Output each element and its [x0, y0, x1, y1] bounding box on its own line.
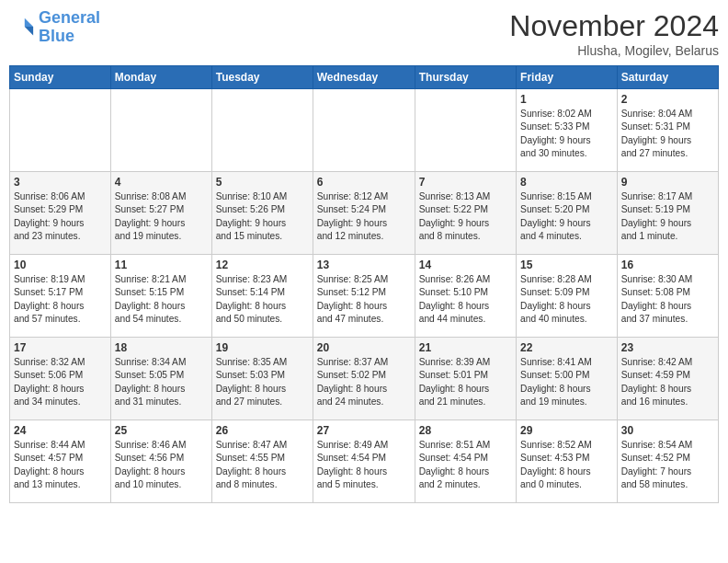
day-number: 9 — [621, 176, 714, 189]
weekday-header-tuesday: Tuesday — [211, 66, 313, 89]
day-number: 3 — [14, 176, 107, 189]
calendar-cell: 2Sunrise: 8:04 AMSunset: 5:31 PMDaylight… — [617, 89, 718, 172]
week-row-2: 3Sunrise: 8:06 AMSunset: 5:29 PMDaylight… — [10, 172, 719, 255]
day-info: Sunrise: 8:47 AMSunset: 4:55 PMDaylight:… — [216, 439, 309, 491]
weekday-header-thursday: Thursday — [415, 66, 516, 89]
calendar-cell — [313, 89, 415, 172]
day-number: 29 — [520, 424, 613, 437]
calendar-cell — [415, 89, 516, 172]
calendar-cell: 3Sunrise: 8:06 AMSunset: 5:29 PMDaylight… — [10, 172, 111, 255]
day-info: Sunrise: 8:42 AMSunset: 4:59 PMDaylight:… — [621, 356, 714, 408]
calendar: SundayMondayTuesdayWednesdayThursdayFrid… — [9, 65, 719, 503]
day-number: 18 — [115, 341, 208, 354]
calendar-cell: 16Sunrise: 8:30 AMSunset: 5:08 PMDayligh… — [617, 255, 718, 338]
logo-text: General Blue — [39, 9, 100, 46]
calendar-cell: 6Sunrise: 8:12 AMSunset: 5:24 PMDaylight… — [313, 172, 415, 255]
day-info: Sunrise: 8:04 AMSunset: 5:31 PMDaylight:… — [621, 108, 714, 160]
day-number: 20 — [317, 341, 411, 354]
day-number: 26 — [216, 424, 309, 437]
day-number: 25 — [115, 424, 208, 437]
calendar-cell: 19Sunrise: 8:35 AMSunset: 5:03 PMDayligh… — [211, 338, 313, 420]
day-info: Sunrise: 8:52 AMSunset: 4:53 PMDaylight:… — [520, 439, 613, 491]
calendar-cell — [10, 89, 111, 172]
calendar-cell: 30Sunrise: 8:54 AMSunset: 4:52 PMDayligh… — [617, 420, 718, 503]
day-info: Sunrise: 8:41 AMSunset: 5:00 PMDaylight:… — [520, 356, 613, 408]
day-info: Sunrise: 8:13 AMSunset: 5:22 PMDaylight:… — [419, 190, 512, 243]
day-number: 30 — [621, 424, 714, 437]
page-header: General Blue November 2024 Hlusha, Mogil… — [9, 9, 719, 58]
calendar-header: SundayMondayTuesdayWednesdayThursdayFrid… — [10, 66, 719, 89]
day-number: 17 — [14, 341, 107, 354]
day-info: Sunrise: 8:25 AMSunset: 5:12 PMDaylight:… — [317, 273, 411, 326]
weekday-row: SundayMondayTuesdayWednesdayThursdayFrid… — [10, 66, 719, 89]
day-number: 16 — [621, 259, 714, 271]
day-info: Sunrise: 8:44 AMSunset: 4:57 PMDaylight:… — [14, 439, 107, 491]
logo: General Blue — [9, 9, 100, 46]
day-number: 11 — [115, 259, 208, 271]
day-number: 24 — [14, 424, 107, 437]
day-number: 19 — [216, 341, 309, 354]
day-info: Sunrise: 8:15 AMSunset: 5:20 PMDaylight:… — [520, 190, 613, 243]
day-number: 28 — [419, 424, 512, 437]
day-info: Sunrise: 8:54 AMSunset: 4:52 PMDaylight:… — [621, 439, 714, 491]
calendar-cell: 26Sunrise: 8:47 AMSunset: 4:55 PMDayligh… — [211, 420, 313, 503]
day-info: Sunrise: 8:12 AMSunset: 5:24 PMDaylight:… — [317, 190, 411, 243]
weekday-header-wednesday: Wednesday — [313, 66, 415, 89]
location: Hlusha, Mogilev, Belarus — [509, 43, 719, 58]
day-info: Sunrise: 8:02 AMSunset: 5:33 PMDaylight:… — [520, 108, 613, 160]
calendar-cell: 29Sunrise: 8:52 AMSunset: 4:53 PMDayligh… — [517, 420, 618, 503]
calendar-cell: 18Sunrise: 8:34 AMSunset: 5:05 PMDayligh… — [110, 338, 211, 420]
calendar-cell: 9Sunrise: 8:17 AMSunset: 5:19 PMDaylight… — [617, 172, 718, 255]
day-info: Sunrise: 8:51 AMSunset: 4:54 PMDaylight:… — [419, 439, 512, 491]
calendar-cell: 17Sunrise: 8:32 AMSunset: 5:06 PMDayligh… — [10, 338, 111, 420]
day-info: Sunrise: 8:08 AMSunset: 5:27 PMDaylight:… — [115, 190, 208, 243]
day-info: Sunrise: 8:35 AMSunset: 5:03 PMDaylight:… — [216, 356, 309, 408]
calendar-cell: 4Sunrise: 8:08 AMSunset: 5:27 PMDaylight… — [110, 172, 211, 255]
day-number: 8 — [520, 176, 613, 189]
calendar-cell: 13Sunrise: 8:25 AMSunset: 5:12 PMDayligh… — [313, 255, 415, 338]
day-number: 6 — [317, 176, 411, 189]
day-info: Sunrise: 8:06 AMSunset: 5:29 PMDaylight:… — [14, 190, 107, 243]
week-row-3: 10Sunrise: 8:19 AMSunset: 5:17 PMDayligh… — [10, 255, 719, 338]
day-info: Sunrise: 8:49 AMSunset: 4:54 PMDaylight:… — [317, 439, 411, 491]
weekday-header-monday: Monday — [110, 66, 211, 89]
day-number: 12 — [216, 259, 309, 271]
day-number: 27 — [317, 424, 411, 437]
day-number: 1 — [520, 93, 613, 106]
week-row-4: 17Sunrise: 8:32 AMSunset: 5:06 PMDayligh… — [10, 338, 719, 420]
weekday-header-sunday: Sunday — [10, 66, 111, 89]
day-info: Sunrise: 8:28 AMSunset: 5:09 PMDaylight:… — [520, 273, 613, 326]
day-number: 7 — [419, 176, 512, 189]
calendar-cell: 28Sunrise: 8:51 AMSunset: 4:54 PMDayligh… — [415, 420, 516, 503]
calendar-cell: 15Sunrise: 8:28 AMSunset: 5:09 PMDayligh… — [517, 255, 618, 338]
calendar-body: 1Sunrise: 8:02 AMSunset: 5:33 PMDaylight… — [10, 89, 719, 503]
calendar-cell: 5Sunrise: 8:10 AMSunset: 5:26 PMDaylight… — [211, 172, 313, 255]
day-number: 21 — [419, 341, 512, 354]
weekday-header-friday: Friday — [517, 66, 618, 89]
logo-icon — [9, 15, 35, 40]
calendar-cell: 12Sunrise: 8:23 AMSunset: 5:14 PMDayligh… — [211, 255, 313, 338]
calendar-cell — [211, 89, 313, 172]
day-number: 23 — [621, 341, 714, 354]
day-info: Sunrise: 8:34 AMSunset: 5:05 PMDaylight:… — [115, 356, 208, 408]
day-number: 5 — [216, 176, 309, 189]
logo-line2: Blue — [39, 27, 74, 45]
day-info: Sunrise: 8:26 AMSunset: 5:10 PMDaylight:… — [419, 273, 512, 326]
calendar-cell: 20Sunrise: 8:37 AMSunset: 5:02 PMDayligh… — [313, 338, 415, 420]
calendar-cell: 7Sunrise: 8:13 AMSunset: 5:22 PMDaylight… — [415, 172, 516, 255]
day-number: 10 — [14, 259, 107, 271]
day-info: Sunrise: 8:37 AMSunset: 5:02 PMDaylight:… — [317, 356, 411, 408]
calendar-cell: 11Sunrise: 8:21 AMSunset: 5:15 PMDayligh… — [110, 255, 211, 338]
week-row-5: 24Sunrise: 8:44 AMSunset: 4:57 PMDayligh… — [10, 420, 719, 503]
day-number: 14 — [419, 259, 512, 271]
title-block: November 2024 Hlusha, Mogilev, Belarus — [509, 9, 719, 58]
calendar-cell: 14Sunrise: 8:26 AMSunset: 5:10 PMDayligh… — [415, 255, 516, 338]
calendar-cell: 8Sunrise: 8:15 AMSunset: 5:20 PMDaylight… — [517, 172, 618, 255]
calendar-cell: 22Sunrise: 8:41 AMSunset: 5:00 PMDayligh… — [517, 338, 618, 420]
month-title: November 2024 — [509, 9, 719, 43]
day-info: Sunrise: 8:23 AMSunset: 5:14 PMDaylight:… — [216, 273, 309, 326]
calendar-cell: 27Sunrise: 8:49 AMSunset: 4:54 PMDayligh… — [313, 420, 415, 503]
calendar-cell — [110, 89, 211, 172]
weekday-header-saturday: Saturday — [617, 66, 718, 89]
week-row-1: 1Sunrise: 8:02 AMSunset: 5:33 PMDaylight… — [10, 89, 719, 172]
